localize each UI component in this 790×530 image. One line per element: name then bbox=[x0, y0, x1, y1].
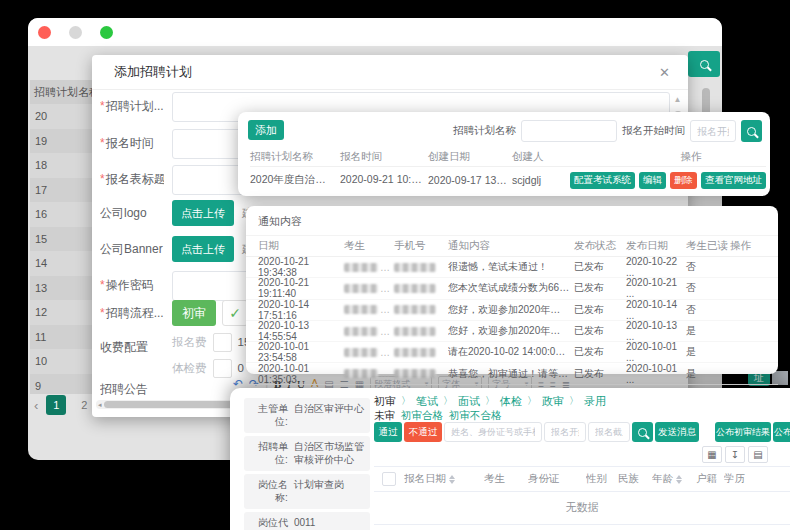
field-label-logo: 公司logo bbox=[100, 205, 164, 222]
bg-plan-id: 12 bbox=[35, 306, 47, 318]
banner-upload-button[interactable]: 点击上传 bbox=[172, 236, 234, 262]
plan-name-search-label: 招聘计划名称 bbox=[453, 124, 516, 138]
fee-label: 体检费 bbox=[172, 361, 207, 376]
zoom-window-icon[interactable] bbox=[100, 26, 113, 39]
publish-result-button[interactable]: 公布初审结果 bbox=[715, 422, 771, 442]
close-icon[interactable]: ✕ bbox=[659, 65, 670, 80]
notify-pubdate-cell: 2020-10-14 ... bbox=[626, 299, 686, 321]
field-label-banner: 公司Banner bbox=[100, 241, 164, 258]
start-time-search-input[interactable] bbox=[690, 120, 736, 142]
plan-list-panel: 添加 招聘计划名称 报名开始时间 招聘计划名称报名时间创建日期创建人操作 202… bbox=[238, 112, 770, 196]
notify-row[interactable]: 2020-10-01 23:54:58…请在2020-10-02 14:00:0… bbox=[246, 342, 778, 363]
notify-title: 通知内容 bbox=[246, 206, 778, 236]
flow-check-icon[interactable]: ✓ bbox=[222, 300, 248, 326]
plan-column-header: 招聘计划名称 bbox=[250, 150, 340, 164]
notify-date-cell: 2020-10-14 17:51:16 bbox=[258, 299, 344, 321]
header-checkbox-cell bbox=[374, 472, 404, 486]
review-filter-link[interactable]: 初审合格 bbox=[401, 409, 443, 423]
fee-checkbox[interactable] bbox=[213, 359, 232, 378]
pass-button[interactable]: 通过 bbox=[374, 422, 402, 442]
info-label: 岗位代码: bbox=[250, 517, 288, 530]
plan-table-row[interactable]: 2020年度自治区市场监... 2020-09-21 10:00到2020...… bbox=[250, 168, 766, 192]
row-select-checkbox[interactable] bbox=[382, 472, 396, 486]
notify-date-cell: 2020-10-13 14:55:54 bbox=[258, 320, 344, 342]
review-step-link[interactable]: 笔试 bbox=[416, 394, 438, 409]
sort-icon[interactable] bbox=[449, 475, 455, 484]
notify-column-header: 考生 bbox=[344, 239, 394, 253]
review-filter-link[interactable]: 未审 bbox=[374, 409, 395, 423]
notify-content-cell: 恭喜您，初审通过！请等待进一步通知 bbox=[448, 367, 574, 381]
review-filter-link[interactable]: 初审不合格 bbox=[449, 409, 502, 423]
plan-search-button[interactable] bbox=[741, 120, 762, 142]
configure-exam-button[interactable]: 配置考试系统 bbox=[570, 172, 635, 189]
bg-search-button[interactable] bbox=[688, 51, 720, 77]
phone-redacted-cell bbox=[394, 305, 448, 314]
notify-status-cell: 已发布 bbox=[574, 367, 626, 381]
notify-date-cell: 2020-10-21 19:34:38 bbox=[258, 256, 344, 278]
info-value: 0011 bbox=[294, 517, 364, 530]
notify-row[interactable]: 2020-10-01 01:35:03…恭喜您，初审通过！请等待进一步通知已发布… bbox=[246, 363, 778, 384]
window-titlebar bbox=[28, 18, 722, 46]
notify-row[interactable]: 2020-10-21 19:11:40…您本次笔试成绩分数为66.52分已发布2… bbox=[246, 278, 778, 299]
signup-end-input[interactable] bbox=[588, 422, 630, 442]
column-settings-icon[interactable]: ▦ bbox=[702, 446, 722, 463]
candidate-search-input[interactable] bbox=[444, 422, 542, 442]
review-table-header: 报名日期考生身份证性别民族年龄户籍学历 bbox=[374, 466, 790, 492]
print-icon[interactable]: ▤ bbox=[748, 446, 768, 463]
minimize-window-icon[interactable] bbox=[69, 26, 82, 39]
export-icon[interactable]: ↧ bbox=[725, 446, 745, 463]
notify-pubdate-cell: 2020-10-01 ... bbox=[626, 363, 686, 385]
plan-time-cell: 2020-09-21 10:00到2020... bbox=[340, 173, 428, 187]
review-filters: 未审初审合格初审不合格 bbox=[374, 409, 502, 422]
fail-button[interactable]: 不通过 bbox=[404, 422, 442, 442]
close-window-icon[interactable] bbox=[38, 26, 51, 39]
notify-column-header: 日期 bbox=[258, 239, 344, 253]
notify-content-cell: 您本次笔试成绩分数为66.52分 bbox=[448, 281, 574, 295]
info-label: 招聘单位: bbox=[250, 441, 288, 466]
notify-read-cell: 是 bbox=[686, 367, 730, 381]
redacted-text bbox=[344, 369, 378, 378]
publish-fee-button[interactable]: 公布缴费通知 bbox=[773, 422, 790, 442]
notify-row[interactable]: 2020-10-13 14:55:54…您好，欢迎参加2020年度自治区市场..… bbox=[246, 321, 778, 342]
sort-icon[interactable] bbox=[676, 475, 682, 484]
notify-status-cell: 已发布 bbox=[574, 260, 626, 274]
notify-row[interactable]: 2020-10-21 19:34:38…很遗憾，笔试未通过！已发布2020-10… bbox=[246, 257, 778, 278]
ellipsis: … bbox=[380, 347, 390, 358]
notify-column-header: 发布日期 bbox=[626, 239, 686, 253]
review-column-header: 性别 bbox=[586, 472, 618, 486]
pagination-page[interactable]: 1 bbox=[46, 395, 66, 415]
bg-plan-id: 18 bbox=[35, 159, 47, 171]
view-site-button[interactable]: 查看官网地址 bbox=[701, 172, 766, 189]
pagination-prev-icon[interactable]: ‹ bbox=[34, 398, 38, 413]
review-step-link[interactable]: 政审 bbox=[542, 394, 564, 409]
signup-start-input[interactable] bbox=[544, 422, 586, 442]
flow-step-first-button[interactable]: 初审 bbox=[172, 300, 216, 326]
fee-checkbox[interactable] bbox=[213, 333, 232, 352]
scroll-thumb[interactable] bbox=[104, 401, 236, 408]
plan-add-button[interactable]: 添加 bbox=[248, 120, 284, 140]
info-value: 自治区审评中心 bbox=[294, 403, 364, 428]
ellipsis: … bbox=[380, 368, 390, 379]
delete-button[interactable]: 删除 bbox=[670, 172, 697, 189]
send-message-button[interactable]: 发送消息 bbox=[655, 422, 699, 442]
scroll-left-icon[interactable]: ◂ bbox=[98, 401, 102, 409]
notify-table-body: 2020-10-21 19:34:38…很遗憾，笔试未通过！已发布2020-10… bbox=[246, 257, 778, 385]
modal-scroll-up-icon[interactable]: ▲ bbox=[673, 95, 682, 109]
review-search-button[interactable] bbox=[632, 422, 653, 442]
review-step-link[interactable]: 体检 bbox=[500, 394, 522, 409]
review-step-link[interactable]: 录用 bbox=[584, 394, 606, 409]
logo-upload-button[interactable]: 点击上传 bbox=[172, 200, 234, 226]
info-row: 岗位名称:计划审查岗 bbox=[244, 474, 370, 509]
notify-row[interactable]: 2020-10-14 17:51:16…您好，欢迎参加2020年度自治区市场..… bbox=[246, 300, 778, 321]
candidate-redacted-cell: … bbox=[344, 326, 394, 337]
review-column-label: 性别 bbox=[586, 472, 607, 486]
edit-button[interactable]: 编辑 bbox=[639, 172, 666, 189]
plan-name-search-input[interactable] bbox=[521, 120, 617, 142]
plan-search-bar: 招聘计划名称 报名开始时间 bbox=[478, 120, 762, 142]
notify-pubdate-cell: 2020-10-01 ... bbox=[626, 341, 686, 363]
review-step-link[interactable]: 初审 bbox=[374, 394, 396, 409]
notify-date-cell: 2020-10-01 01:35:03 bbox=[258, 363, 344, 385]
review-step-link[interactable]: 面试 bbox=[458, 394, 480, 409]
plan-column-header: 报名时间 bbox=[340, 150, 428, 164]
notify-date-cell: 2020-10-01 23:54:58 bbox=[258, 341, 344, 363]
